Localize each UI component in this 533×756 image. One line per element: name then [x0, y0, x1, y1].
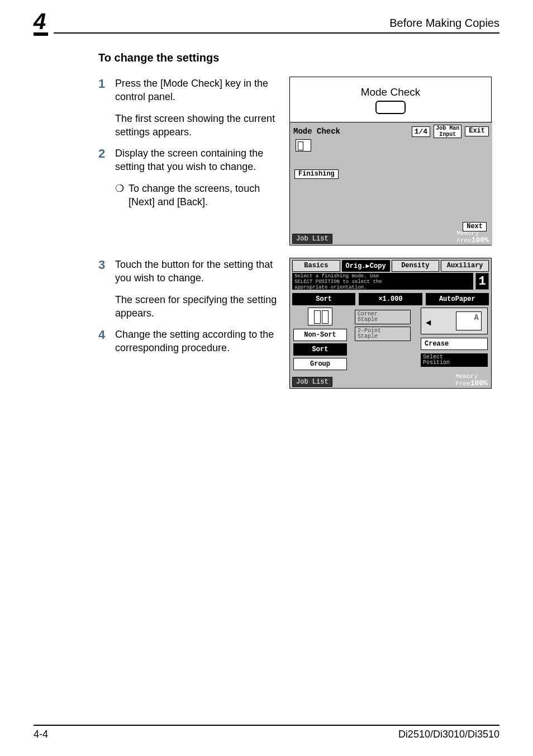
- paper-sheet-icon: [456, 311, 482, 330]
- exit-button[interactable]: Exit: [465, 126, 489, 136]
- tab-density[interactable]: Density: [392, 260, 440, 272]
- group-button[interactable]: Group: [293, 358, 347, 370]
- section-title: To change the settings: [98, 51, 499, 64]
- non-sort-button[interactable]: Non-Sort: [293, 329, 347, 341]
- zoom-indicator[interactable]: ×1.000: [359, 293, 422, 305]
- sort-indicator[interactable]: Sort: [292, 293, 355, 305]
- tab-basics[interactable]: Basics: [292, 260, 340, 272]
- paper-preview: ◄: [421, 308, 488, 334]
- page-indicator: 1/4: [412, 126, 430, 137]
- two-point-staple-button[interactable]: 2-Point Staple: [355, 327, 411, 341]
- autopaper-indicator[interactable]: AutoPaper: [426, 293, 489, 305]
- step-text: Touch the button for the setting that yo…: [115, 258, 283, 285]
- step-text: Display the screen containing the settin…: [115, 147, 283, 174]
- step-text: Press the [Mode Check] key in the contro…: [115, 77, 283, 104]
- mode-check-key-icon: [375, 101, 406, 114]
- running-head: Before Making Copies: [389, 17, 499, 30]
- footer-rule: [34, 725, 499, 726]
- model-label: Di2510/Di3010/Di3510: [398, 729, 499, 740]
- message-strip: Select a finishing mode. Use SELECT POSI…: [292, 273, 473, 290]
- finishing-button[interactable]: Finishing: [294, 169, 339, 179]
- bullet-text: To change the screens, touch [Next] and …: [129, 182, 283, 209]
- crease-button[interactable]: Crease: [421, 338, 488, 350]
- copy-count: 1: [475, 273, 489, 290]
- header-rule: [54, 32, 499, 34]
- tab-auxiliary[interactable]: Auxiliary: [441, 260, 489, 272]
- job-list-button[interactable]: Job List: [292, 377, 332, 387]
- left-arrow-icon: ◄: [426, 318, 431, 328]
- chapter-number: 4: [34, 10, 48, 36]
- step-number: 4: [98, 328, 115, 355]
- job-man-input-button[interactable]: Job Man Input: [434, 125, 461, 138]
- job-list-button[interactable]: Job List: [292, 234, 332, 244]
- step-body: The screen for specifying the setting ap…: [115, 293, 283, 320]
- figure-mode-check: Mode Check Mode Check 1/4 Job Man Input …: [289, 77, 492, 245]
- step-number: 3: [98, 258, 115, 285]
- step-number: 1: [98, 77, 115, 104]
- tab-orig-copy[interactable]: Orig.▶Copy: [342, 260, 390, 272]
- figure-basics-panel: Basics Orig.▶Copy Density Auxiliary Sele…: [289, 258, 492, 389]
- orientation-preview-icon: [308, 308, 332, 325]
- step-number: 2: [98, 147, 115, 174]
- sort-button[interactable]: Sort: [293, 343, 347, 356]
- select-position-button[interactable]: Select Position: [421, 353, 488, 367]
- lcd-title: Mode Check: [293, 127, 340, 136]
- memory-indicator: Memory Free100%: [456, 230, 489, 244]
- mode-check-label: Mode Check: [290, 86, 491, 98]
- memory-indicator: Memory Free100%: [455, 374, 488, 387]
- step-text: Change the setting according to the corr…: [115, 328, 283, 355]
- page-number: 4-4: [34, 729, 48, 740]
- orientation-icon: [296, 139, 311, 152]
- step-body: The first screen showing the current set…: [115, 112, 283, 139]
- bullet-icon: ❍: [115, 182, 129, 209]
- corner-staple-button[interactable]: Corner Staple: [355, 310, 411, 324]
